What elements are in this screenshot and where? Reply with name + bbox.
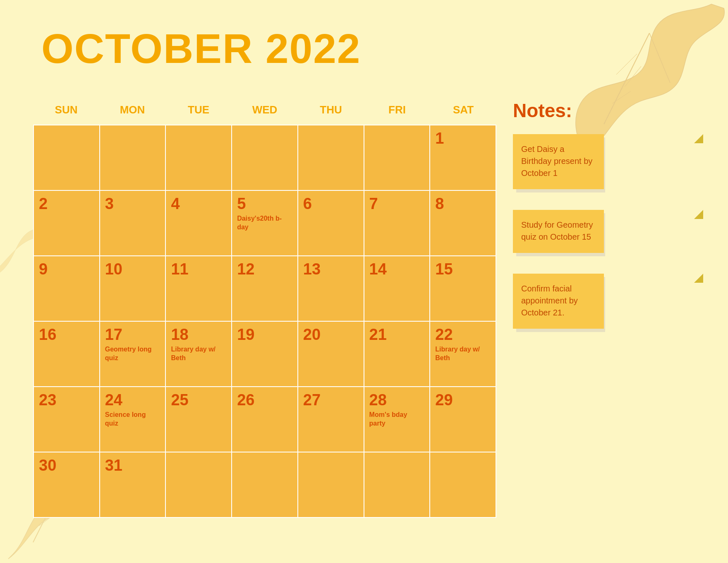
calendar-cell: 17Geometry long quiz: [100, 322, 166, 387]
calendar-cell: 13: [298, 256, 364, 322]
cell-date-number: 17: [105, 326, 160, 344]
cell-date-number: 20: [303, 326, 359, 344]
calendar-cell: [34, 125, 100, 191]
calendar-cell: 15: [430, 256, 496, 322]
calendar-cell: 16: [34, 322, 100, 387]
cell-date-number: 21: [369, 326, 425, 344]
calendar-cell: [232, 125, 298, 191]
calendar-cell: 25: [166, 387, 232, 452]
calendar-cell: [430, 452, 496, 518]
sticky-note-3: Confirm facial appointment by October 21…: [513, 274, 703, 329]
calendar-cell: 6: [298, 191, 364, 256]
calendar-cell: 11: [166, 256, 232, 322]
calendar-cell: 7: [364, 191, 431, 256]
header-wed: WED: [232, 99, 298, 120]
calendar-cell: 27: [298, 387, 364, 452]
cell-date-number: 25: [171, 391, 226, 409]
calendar-cell: 30: [34, 452, 100, 518]
cell-date-number: 18: [171, 326, 226, 344]
calendar-cell: [166, 452, 232, 518]
calendar-cell: 26: [232, 387, 298, 452]
calendar-cell: [232, 452, 298, 518]
calendar-cell: 23: [34, 387, 100, 452]
notes-title: Notes:: [513, 99, 703, 122]
cell-event-text: Daisy's20th b-day: [237, 214, 292, 232]
svg-line-3: [625, 66, 641, 87]
calendar-cell: 22Library day w/ Beth: [430, 322, 496, 387]
calendar: SUN MON TUE WED THU FRI SAT 12345Daisy's…: [33, 99, 496, 518]
cell-date-number: 7: [369, 195, 425, 213]
cell-date-number: 13: [303, 260, 359, 278]
calendar-cell: 28Mom's bday party: [364, 387, 431, 452]
calendar-cell: 18Library day w/ Beth: [166, 322, 232, 387]
page-title: OCTOBER 2022: [41, 25, 361, 72]
cell-event-text: Science long quiz: [105, 411, 160, 428]
cell-date-number: 26: [237, 391, 292, 409]
header-mon: MON: [99, 99, 165, 120]
cell-date-number: 4: [171, 195, 226, 213]
calendar-cell: [298, 452, 364, 518]
notes-section: Notes: Get Daisy a Birthday present by O…: [513, 99, 703, 349]
calendar-cell: 12: [232, 256, 298, 322]
header-fri: FRI: [364, 99, 430, 120]
sticky-note-2: Study for Geometry quiz on October 15: [513, 210, 703, 253]
cell-event-text: Geometry long quiz: [105, 345, 160, 363]
calendar-cell: [298, 125, 364, 191]
calendar-cell: 24Science long quiz: [100, 387, 166, 452]
calendar-cell: 8: [430, 191, 496, 256]
cell-event-text: Library day w/ Beth: [171, 345, 226, 363]
cell-date-number: 29: [435, 391, 491, 409]
svg-line-1: [649, 33, 670, 83]
cell-date-number: 24: [105, 391, 160, 409]
calendar-cell: 21: [364, 322, 431, 387]
cell-date-number: 1: [435, 130, 491, 147]
day-headers: SUN MON TUE WED THU FRI SAT: [33, 99, 496, 120]
sticky-note-1: Get Daisy a Birthday present by October …: [513, 134, 703, 189]
calendar-cell: 19: [232, 322, 298, 387]
cell-date-number: 16: [39, 326, 94, 344]
header-sat: SAT: [430, 99, 496, 120]
cell-date-number: 8: [435, 195, 491, 213]
cell-event-text: Library day w/ Beth: [435, 345, 491, 363]
calendar-cell: [364, 452, 431, 518]
cell-event-text: Mom's bday party: [369, 411, 425, 428]
header-thu: THU: [298, 99, 364, 120]
calendar-cell: 2: [34, 191, 100, 256]
cell-date-number: 14: [369, 260, 425, 278]
calendar-cell: 9: [34, 256, 100, 322]
calendar-cell: [364, 125, 431, 191]
calendar-grid: 12345Daisy's20th b-day678910111213141516…: [33, 125, 496, 518]
calendar-cell: 14: [364, 256, 431, 322]
cell-date-number: 28: [369, 391, 425, 409]
calendar-cell: 3: [100, 191, 166, 256]
sticky-note-2-text: Study for Geometry quiz on October 15: [513, 210, 604, 253]
calendar-cell: 20: [298, 322, 364, 387]
calendar-cell: [166, 125, 232, 191]
cell-date-number: 6: [303, 195, 359, 213]
cell-date-number: 5: [237, 195, 292, 213]
sticky-note-3-text: Confirm facial appointment by October 21…: [513, 274, 604, 329]
cell-date-number: 3: [105, 195, 160, 213]
svg-line-2: [616, 54, 637, 75]
header-sun: SUN: [33, 99, 99, 120]
cell-date-number: 2: [39, 195, 94, 213]
cell-date-number: 19: [237, 326, 292, 344]
calendar-cell: 5Daisy's20th b-day: [232, 191, 298, 256]
calendar-cell: 29: [430, 387, 496, 452]
sticky-note-1-text: Get Daisy a Birthday present by October …: [513, 134, 604, 189]
cell-date-number: 31: [105, 457, 160, 474]
cell-date-number: 22: [435, 326, 491, 344]
cell-date-number: 27: [303, 391, 359, 409]
calendar-cell: 31: [100, 452, 166, 518]
cell-date-number: 10: [105, 260, 160, 278]
header-tue: TUE: [165, 99, 232, 120]
calendar-cell: 10: [100, 256, 166, 322]
cell-date-number: 11: [171, 260, 226, 278]
calendar-cell: 1: [430, 125, 496, 191]
cell-date-number: 9: [39, 260, 94, 278]
cell-date-number: 30: [39, 457, 94, 474]
cell-date-number: 12: [237, 260, 292, 278]
calendar-cell: 4: [166, 191, 232, 256]
cell-date-number: 15: [435, 260, 491, 278]
calendar-cell: [100, 125, 166, 191]
